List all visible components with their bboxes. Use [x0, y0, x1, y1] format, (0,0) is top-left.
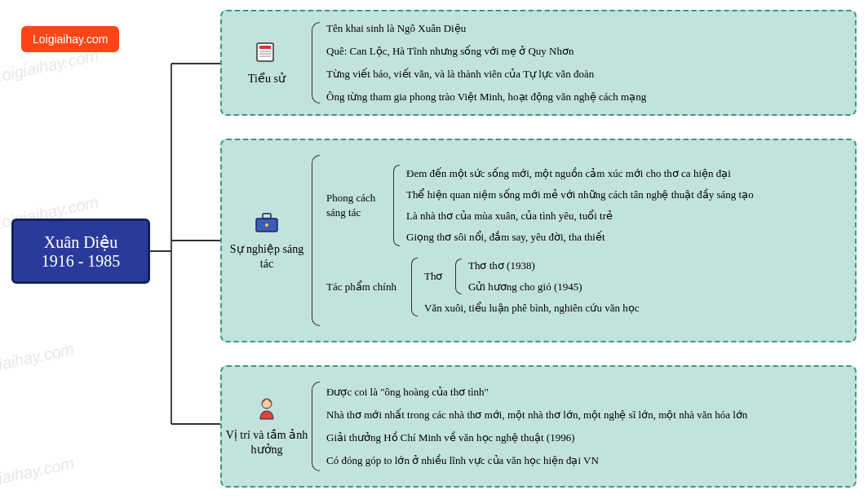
style-item: Đem đến một sức sống mới, một nguồn cảm …: [406, 166, 754, 181]
influence-item: Được coi là "ông hoàng của thơ tình": [326, 385, 747, 400]
brace-icon: [393, 165, 400, 246]
brace-icon: [411, 258, 418, 316]
prose-item: Văn xuôi, tiểu luận phê bình, nghiên cứu…: [424, 301, 639, 316]
style-item: Giọng thơ sôi nổi, đắm say, yêu đời, tha…: [406, 230, 754, 245]
poetry-item: Gửi hương cho gió (1945): [468, 280, 582, 294]
watermark: Loigiaihay.com: [0, 340, 76, 381]
briefcase-icon: [254, 210, 280, 236]
svg-point-7: [265, 223, 268, 227]
career-head: Sự nghiệp sáng tác: [222, 210, 312, 272]
watermark: Loigiaihay.com: [0, 46, 100, 87]
career-title: Sự nghiệp sáng tác: [222, 242, 312, 272]
style-item: Là nhà thơ của mùa xuân, của tình yêu, t…: [406, 209, 754, 223]
brace-icon: [312, 382, 320, 471]
root-title: Xuân Diệu: [44, 232, 117, 252]
brace-icon: [455, 258, 462, 294]
bio-item: Từng viết báo, viết văn, và là thành viê…: [326, 67, 646, 82]
panel-bio: Tiểu sử Tên khai sinh là Ngô Xuân Diệu Q…: [220, 10, 857, 116]
logo-badge: Loigiaihay.com: [21, 26, 119, 52]
poetry-item: Thơ thơ (1938): [468, 258, 582, 273]
newspaper-icon: [254, 39, 280, 65]
bio-head: Tiểu sử: [222, 39, 312, 86]
bio-title: Tiểu sử: [222, 72, 312, 86]
influence-title: Vị trí và tầm ảnh hưởng: [222, 428, 312, 457]
bio-item: Ông từng tham gia phong trào Việt Minh, …: [326, 90, 646, 104]
influence-item: Có đóng góp to lớn ở nhiều lĩnh vực của …: [326, 453, 747, 468]
style-item: Thể hiện quan niệm sống mới mẻ với những…: [406, 188, 754, 202]
svg-rect-1: [259, 46, 271, 49]
influence-head: Vị trí và tầm ảnh hưởng: [222, 395, 312, 457]
style-label: Phong cách sáng tác: [326, 191, 390, 220]
brace-icon: [312, 22, 320, 104]
panel-influence: Vị trí và tầm ảnh hưởng Được coi là "ông…: [220, 365, 857, 488]
works-label: Tác phẩm chính: [326, 280, 408, 294]
poetry-label: Thơ: [424, 269, 452, 284]
influence-item: Nhà thơ mới nhất trong các nhà thơ mới, …: [326, 408, 747, 422]
brace-icon: [312, 155, 320, 326]
root-node: Xuân Diệu 1916 - 1985: [11, 219, 150, 284]
bio-item: Tên khai sinh là Ngô Xuân Diệu: [326, 21, 646, 36]
watermark: Loigiaihay.com: [0, 454, 76, 495]
person-icon: [254, 395, 280, 422]
svg-rect-6: [263, 214, 271, 219]
influence-item: Giải thưởng Hồ Chí Minh về văn học nghệ …: [326, 431, 747, 445]
root-years: 1916 - 1985: [42, 252, 121, 271]
panel-career: Sự nghiệp sáng tác Phong cách sáng tác Đ…: [220, 139, 857, 342]
bio-item: Quê: Can Lộc, Hà Tĩnh nhưng sống với mẹ …: [326, 44, 646, 59]
